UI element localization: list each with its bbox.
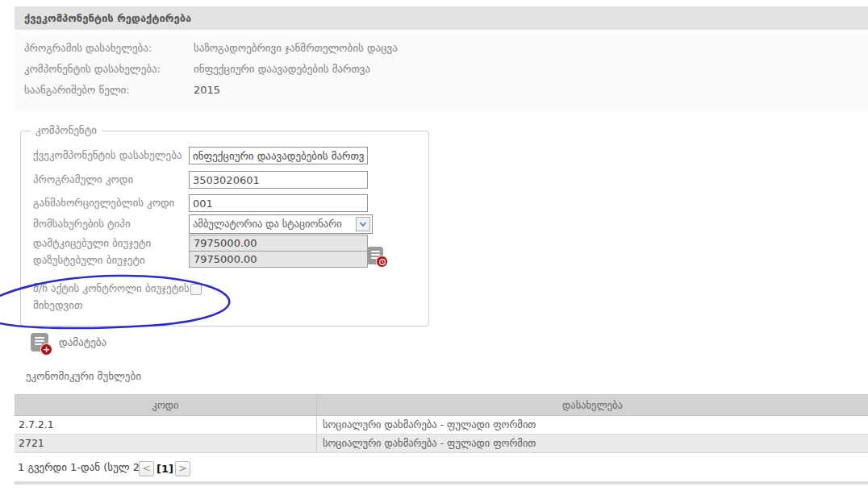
table-row: 2.7.2.1 სოციალური დახმარება - ფულადი ფორ… (15, 416, 868, 435)
cell-name: სოციალური დახმარება - ფულადი ფორმით (316, 416, 868, 434)
economic-items-heading: ეკონომიკური მუხლები (26, 370, 141, 382)
component-fieldset: კომპონენტი ქვეკომპონენტის დასახელება პრო… (20, 131, 429, 327)
history-clock-badge (376, 256, 388, 268)
pager-summary: 1 გვერდი 1-დან (სულ 2) (18, 457, 144, 478)
subcomponent-name-input[interactable] (189, 147, 368, 164)
pager-next-button[interactable]: > (175, 461, 190, 476)
cell-name: სოციალური დახმარება - ფულადი ფორმით (316, 435, 868, 452)
report-year-value: 2015 (194, 84, 220, 96)
plus-badge-icon: + (40, 343, 52, 356)
document-add-icon: + (31, 333, 48, 351)
adjusted-budget-label: დაზუსტებული ბიუჯეტი (33, 254, 145, 266)
program-code-input[interactable] (189, 171, 368, 189)
table-header-row: კოდი დასახელება (15, 394, 868, 416)
chevron-down-icon[interactable] (356, 217, 370, 231)
component-name-value: ინფექციური დაავადებების მართვა (194, 63, 370, 75)
column-header-name: დასახელება (316, 395, 868, 415)
page-header-bar: ქვეკომპონენტის რედაქტირება (15, 6, 868, 30)
info-row-component: კომპონენტის დასახელება: ინფექციური დაავა… (24, 63, 370, 75)
program-code-label: პროგრამული კოდი (33, 173, 133, 185)
pager-bottom-divider (15, 481, 868, 485)
program-info-panel: პროგრამის დასახელება: საზოგადოებრივი ჯან… (15, 33, 868, 111)
mch-act-control-label: მ/ჩ აქტის კონტროლი ბიუჯეტის მიხედვით (33, 280, 194, 314)
info-row-program: პროგრამის დასახელება: საზოგადოებრივი ჯან… (24, 42, 398, 54)
program-name-value: საზოგადოებრივი ჯანმრთელობის დაცვა (194, 42, 398, 54)
column-header-code: კოდი (15, 395, 316, 415)
info-row-year: საანგარიშებო წელი: 2015 (24, 84, 220, 96)
table-row: 2721 სოციალური დახმარება - ფულადი ფორმით (15, 435, 868, 453)
page-title: ქვეკომპონენტის რედაქტირება (24, 6, 868, 30)
adjusted-budget-input (189, 251, 368, 268)
subcomponent-edit-page: ქვეკომპონენტის რედაქტირება პროგრამის დას… (0, 0, 868, 495)
cell-code: 2.7.2.1 (15, 416, 316, 434)
add-button[interactable]: + დამატება (31, 333, 106, 351)
approved-budget-input (189, 235, 368, 252)
fieldset-legend: კომპონენტი (31, 124, 102, 136)
approved-budget-label: დამტკიცებული ბიუჯეტი (33, 237, 151, 249)
implementer-code-input[interactable] (189, 194, 368, 212)
program-name-label: პროგრამის დასახელება: (24, 42, 194, 54)
budget-history-button[interactable] (367, 247, 388, 268)
pager-current-page[interactable]: [1] (156, 461, 173, 476)
service-type-selected-value: ამბულატორია და სტაციონარი (190, 215, 354, 233)
economic-items-table: კოდი დასახელება 2.7.2.1 სოციალური დახმარ… (15, 394, 868, 453)
component-name-label: კომპონენტის დასახელება: (24, 63, 194, 75)
cell-code: 2721 (15, 435, 316, 452)
document-history-icon (367, 247, 383, 264)
service-type-label: მომსახურების ტიპი (33, 218, 131, 230)
mch-act-control-checkbox[interactable] (190, 284, 202, 295)
report-year-label: საანგარიშებო წელი: (24, 84, 194, 96)
pager-prev-button[interactable]: < (139, 461, 154, 476)
subcomponent-name-label: ქვეკომპონენტის დასახელება (33, 149, 182, 161)
implementer-code-label: განმახორციელებლის კოდი (33, 197, 174, 209)
add-button-label: დამატება (59, 336, 106, 348)
service-type-select[interactable]: ამბულატორია და სტაციონარი (189, 214, 373, 234)
